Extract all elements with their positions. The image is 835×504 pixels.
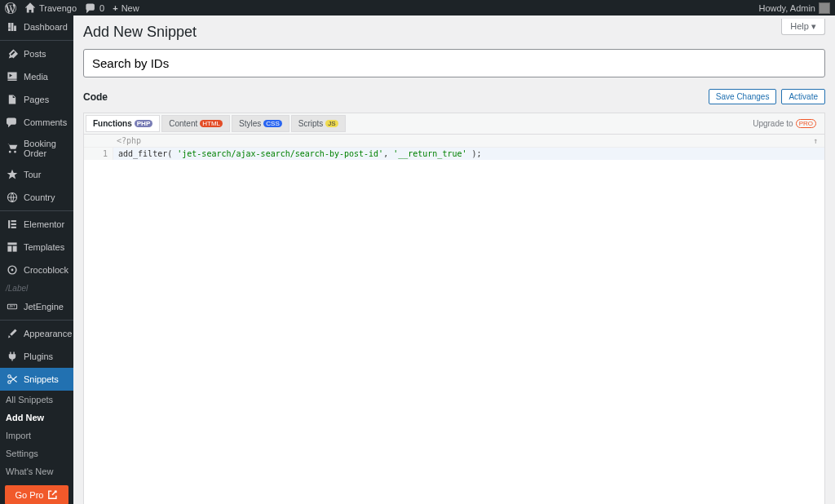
crocoblock-icon <box>7 264 18 276</box>
comments-link[interactable]: 0 <box>85 2 104 14</box>
menu-booking-order[interactable]: Booking Order <box>0 134 73 163</box>
brush-icon <box>7 328 18 339</box>
external-link-icon <box>46 489 58 501</box>
menu-jetengine[interactable]: JETJetEngine <box>0 295 73 318</box>
howdy-text: Howdy, Admin <box>759 3 816 13</box>
activate-button[interactable]: Activate <box>781 89 825 104</box>
templates-icon <box>7 241 18 253</box>
hint-label: /Label <box>0 281 73 295</box>
media-icon <box>7 71 18 82</box>
page-title: Add New Snippet <box>83 24 825 41</box>
site-name-link[interactable]: Travengo <box>24 2 77 14</box>
menu-dashboard[interactable]: Dashboard <box>0 15 73 38</box>
menu-country[interactable]: Country <box>0 186 73 209</box>
howdy-link[interactable]: Howdy, Admin <box>759 2 831 14</box>
tab-content[interactable]: ContentHTML <box>161 115 230 132</box>
submenu-settings[interactable]: Settings <box>0 444 73 462</box>
menu-posts[interactable]: Posts <box>0 42 73 65</box>
svg-rect-5 <box>7 242 16 245</box>
elementor-icon <box>7 219 18 230</box>
svg-point-9 <box>11 269 14 272</box>
menu-elementor[interactable]: Elementor <box>0 213 73 236</box>
plugin-icon <box>7 351 18 362</box>
code-editor[interactable]: 1 add_filter( 'jet-search/ajax-search/se… <box>84 148 824 504</box>
php-open-tag: <?php↑ <box>84 135 824 148</box>
globe-icon <box>7 192 18 203</box>
pin-icon <box>7 48 18 60</box>
tab-functions[interactable]: FunctionsPHP <box>86 115 160 132</box>
line-content: add_filter( 'jet-search/ajax-search/sear… <box>113 148 487 160</box>
main-content: Help ▾ Add New Snippet Code Save Changes… <box>73 15 835 504</box>
badge-php: PHP <box>135 120 152 127</box>
svg-rect-2 <box>11 220 16 222</box>
menu-media[interactable]: Media <box>0 65 73 88</box>
submenu-import[interactable]: Import <box>0 427 73 444</box>
help-tab[interactable]: Help ▾ <box>781 19 825 35</box>
menu-plugins[interactable]: Plugins <box>0 345 73 368</box>
menu-comments[interactable]: Comments <box>0 111 73 134</box>
code-line: 1 add_filter( 'jet-search/ajax-search/se… <box>84 148 824 160</box>
menu-crocoblock[interactable]: Crocoblock <box>0 259 73 281</box>
jetengine-icon: JET <box>7 301 18 312</box>
svg-rect-3 <box>11 223 16 225</box>
avatar <box>819 2 830 14</box>
tab-scripts[interactable]: ScriptsJS <box>291 115 346 132</box>
comment-bubble-icon <box>85 2 96 14</box>
code-heading: Code <box>83 91 108 103</box>
menu-snippets[interactable]: Snippets <box>0 368 73 391</box>
dashboard-icon <box>7 21 18 33</box>
wordpress-icon <box>5 2 16 14</box>
save-changes-button[interactable]: Save Changes <box>709 89 777 104</box>
submenu-whats-new[interactable]: What's New <box>0 462 73 480</box>
star-icon <box>7 169 18 180</box>
svg-text:JET: JET <box>9 304 15 308</box>
menu-separator <box>0 320 73 321</box>
page-icon <box>7 94 18 105</box>
code-tabs-bar: FunctionsPHP ContentHTML StylesCSS Scrip… <box>83 113 825 134</box>
site-name: Travengo <box>39 3 77 13</box>
menu-tour[interactable]: Tour <box>0 163 73 186</box>
code-editor-wrap: <?php↑ 1 add_filter( 'jet-search/ajax-se… <box>83 134 825 504</box>
svg-rect-4 <box>11 227 16 228</box>
menu-pages[interactable]: Pages <box>0 88 73 111</box>
plus-icon: + <box>113 3 117 13</box>
submenu-add-new[interactable]: Add New <box>0 409 73 427</box>
comment-icon <box>7 117 18 128</box>
snippet-title-input[interactable] <box>83 49 825 77</box>
new-content-link[interactable]: + New <box>113 3 139 13</box>
cart-icon <box>7 143 18 154</box>
new-label: New <box>121 3 139 13</box>
line-number: 1 <box>84 148 113 160</box>
tab-styles[interactable]: StylesCSS <box>232 115 289 132</box>
menu-separator <box>0 210 73 211</box>
scissors-icon <box>7 374 18 385</box>
admin-bar: Travengo 0 + New Howdy, Admin <box>0 0 835 15</box>
admin-sidebar: Dashboard Posts Media Pages Comments Boo… <box>0 15 73 504</box>
menu-separator <box>0 40 73 41</box>
svg-rect-6 <box>7 246 11 252</box>
badge-css: CSS <box>263 120 281 127</box>
badge-js: JS <box>325 120 338 127</box>
wp-logo[interactable] <box>5 2 16 14</box>
badge-pro: PRO <box>796 119 816 128</box>
svg-rect-7 <box>13 246 17 252</box>
menu-appearance[interactable]: Appearance <box>0 322 73 345</box>
upgrade-link[interactable]: Upgrade toPRO <box>746 116 823 131</box>
submenu-all-snippets[interactable]: All Snippets <box>0 391 73 409</box>
comments-count: 0 <box>99 3 104 13</box>
badge-html: HTML <box>200 120 223 127</box>
svg-rect-1 <box>8 220 10 228</box>
home-icon <box>24 2 36 14</box>
go-pro-button[interactable]: Go Pro <box>5 485 68 504</box>
menu-templates[interactable]: Templates <box>0 236 73 259</box>
